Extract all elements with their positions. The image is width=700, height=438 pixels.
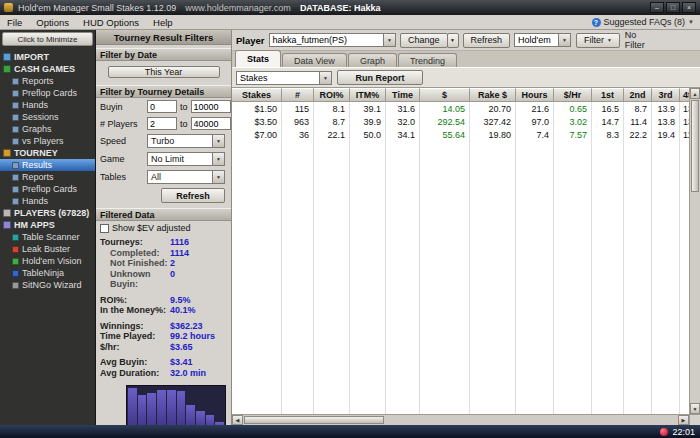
sidebar-item-preflop-cards[interactable]: Preflop Cards [0,183,95,195]
table-zone: Stakes#ROI%ITM%Time$Rake $Hours$/Hr1st2n… [232,88,700,414]
sidebar-item-hold-em-vision[interactable]: Hold'em Vision [0,255,95,267]
system-tray: 22:01 [660,427,700,437]
menu-options[interactable]: Options [29,17,76,28]
column-header-rake[interactable]: Rake $ [470,88,516,102]
scroll-left-button[interactable]: ◀ [232,415,243,425]
this-year-button[interactable]: This Year [108,66,220,78]
sidebar-item-results[interactable]: Results [0,159,95,171]
player-select[interactable]: hakka_futmen(PS) ▼ [269,33,396,47]
tab-stats[interactable]: Stats [235,50,281,67]
column-header-hr[interactable]: $/Hr [554,88,592,102]
content-area: Click to Minimize IMPORTCASH GAMESReport… [0,30,700,425]
close-window-button[interactable]: × [682,2,696,13]
hold-em-vision-icon [12,258,19,265]
minimize-window-button[interactable]: – [650,2,664,13]
sidebar-item-leak-buster[interactable]: Leak Buster [0,243,95,255]
sidebar-item-tableninja[interactable]: TableNinja [0,267,95,279]
table-cell: 7.4 [516,128,554,141]
menu-file[interactable]: File [0,17,29,28]
sidebar-section-import[interactable]: IMPORT [0,51,95,63]
vertical-scroll-thumb[interactable] [691,100,699,192]
speed-row: Speed Turbo ▼ [96,132,231,150]
refresh-filters-button[interactable]: Refresh [161,188,225,203]
table-row[interactable]: $1.501158.139.131.614.0520.7021.60.6516.… [232,102,689,115]
table-cell: 3.02 [554,115,592,128]
tables-row: Tables All ▼ [96,168,231,186]
sidebar-item-graphs[interactable]: Graphs [0,123,95,135]
horizontal-scrollbar[interactable]: ◀ ▶ [232,414,700,425]
vs-players-icon [12,138,19,145]
table-cell: 13.0 [680,102,689,115]
tables-select[interactable]: All ▼ [147,170,225,184]
maximize-window-button[interactable]: □ [666,2,680,13]
buyin-label: Buyin [100,102,144,112]
column-header-[interactable]: $ [420,88,470,102]
tray-app-icon[interactable] [660,428,668,436]
sidebar-section-cash-games[interactable]: CASH GAMES [0,63,95,75]
main-panel: Player hakka_futmen(PS) ▼ Change ▼ Refre… [232,30,700,425]
game-type-select[interactable]: Hold'em ▼ [514,33,571,47]
sessions-icon [12,114,19,121]
table-row[interactable]: $7.003622.150.034.155.6419.807.47.578.32… [232,128,689,141]
filter-button[interactable]: Filter ▼ [576,33,620,48]
sidebar-item-reports[interactable]: Reports [0,171,95,183]
sidebar-item-reports[interactable]: Reports [0,75,95,87]
vertical-scrollbar[interactable]: ▲ ▼ [689,88,700,414]
sidebar-item-table-scanner[interactable]: Table Scanner [0,231,95,243]
table-row[interactable]: $3.509638.739.932.0292.54327.4297.03.021… [232,115,689,128]
buyin-from-input[interactable] [147,100,177,113]
players-to-input[interactable] [191,117,231,130]
menu-hud-options[interactable]: HUD Options [76,17,146,28]
grid-line [554,141,592,414]
scroll-up-button[interactable]: ▲ [690,88,700,99]
suggested-faqs-button[interactable]: ? Suggested FAQs (8) ▼ [592,17,700,27]
tab-graph[interactable]: Graph [348,53,397,67]
sidebar-item-hands[interactable]: Hands [0,99,95,111]
sidebar-minimize-button[interactable]: Click to Minimize [2,32,93,46]
stakes-select-value: Stakes [237,72,319,84]
column-header-itm[interactable]: ITM% [350,88,386,102]
sidebar-section-players-67828[interactable]: PLAYERS (67828) [0,207,95,219]
stat-label: $/hr: [100,342,170,353]
horizontal-scroll-track[interactable] [385,415,678,425]
table-cell: 963 [282,115,314,128]
speed-select[interactable]: Turbo ▼ [147,134,225,148]
stat-value: 99.2 hours [170,331,215,342]
menu-help[interactable]: Help [146,17,180,28]
sidebar-section-hm-apps[interactable]: HM APPS [0,219,95,231]
sidebar-item-sessions[interactable]: Sessions [0,111,95,123]
tab-trending[interactable]: Trending [398,53,457,67]
column-header-stakes[interactable]: Stakes [232,88,282,102]
column-header-4th[interactable]: 4th [680,88,689,102]
column-header-2nd[interactable]: 2nd [624,88,652,102]
column-header-1st[interactable]: 1st [592,88,624,102]
game-select[interactable]: No Limit ▼ [147,152,225,166]
ev-adjusted-checkbox[interactable] [100,224,109,233]
change-dropdown-arrow[interactable]: ▼ [447,33,459,48]
column-header-[interactable]: # [282,88,314,102]
column-header-roi[interactable]: ROI% [314,88,350,102]
horizontal-scroll-thumb[interactable] [244,416,384,424]
graphs-icon [12,126,19,133]
column-header-hours[interactable]: Hours [516,88,554,102]
window-controls: – □ × [650,2,696,13]
buyin-to-input[interactable] [191,100,231,113]
stat-group: Winnings:$362.23Time Played:99.2 hours$/… [100,321,227,353]
table-cell: 8.1 [314,102,350,115]
sidebar-item-preflop-cards[interactable]: Preflop Cards [0,87,95,99]
stakes-select[interactable]: Stakes ▼ [236,71,332,85]
scroll-down-button[interactable]: ▼ [690,403,700,414]
sidebar-item-vs-players[interactable]: vs Players [0,135,95,147]
refresh-player-button[interactable]: Refresh [463,33,511,48]
scroll-right-button[interactable]: ▶ [678,415,689,425]
column-header-3rd[interactable]: 3rd [652,88,680,102]
tab-data-view[interactable]: Data View [282,53,347,67]
run-report-button[interactable]: Run Report [337,70,423,85]
filter-panel: Tourney Result Filters Filter by Date Th… [96,30,232,425]
column-header-time[interactable]: Time [386,88,420,102]
change-player-button[interactable]: Change [400,33,448,48]
players-from-input[interactable] [147,117,177,130]
sidebar-section-tourney[interactable]: TOURNEY [0,147,95,159]
sidebar-item-hands[interactable]: Hands [0,195,95,207]
sidebar-item-sitngo-wizard[interactable]: SitNGo Wizard [0,279,95,291]
